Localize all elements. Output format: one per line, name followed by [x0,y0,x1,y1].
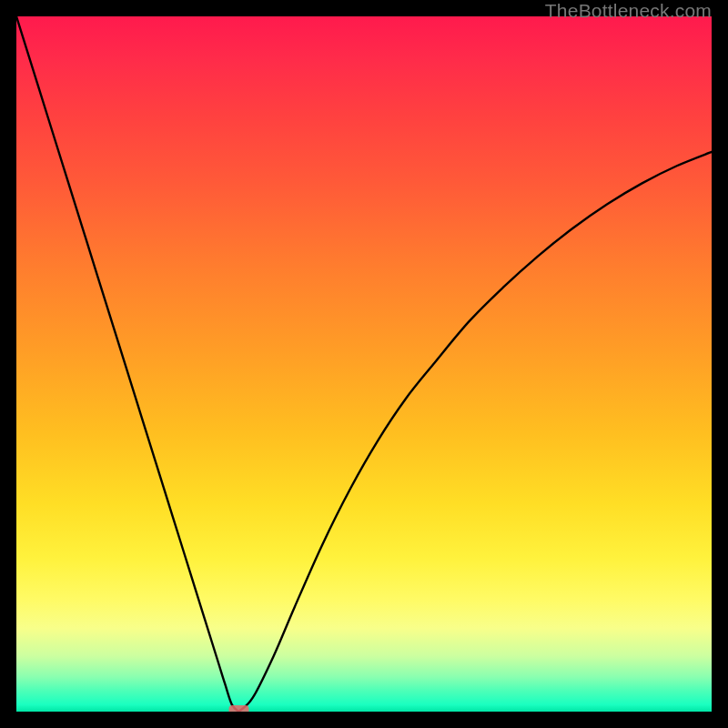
attribution-text: TheBottleneck.com [545,0,712,22]
plot-area [16,16,712,712]
bottleneck-curve [16,16,712,712]
svg-rect-0 [228,705,248,712]
chart-container: TheBottleneck.com [0,0,728,728]
minimum-marker [228,705,248,712]
curve-layer [16,16,712,712]
